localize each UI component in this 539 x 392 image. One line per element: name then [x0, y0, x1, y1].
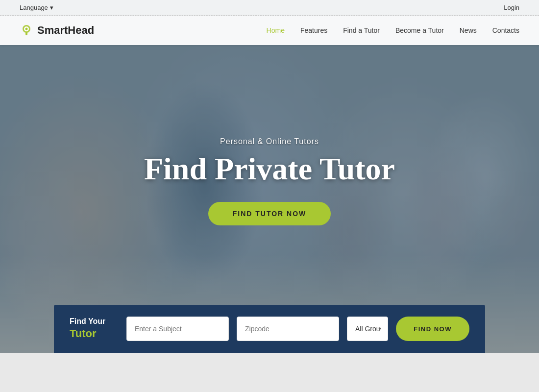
hero-content: Personal & Online Tutors Find Private Tu… — [0, 137, 539, 225]
language-selector[interactable]: Language ▾ — [20, 4, 53, 11]
top-bar: Language ▾ Login — [0, 0, 539, 16]
subject-input[interactable] — [126, 317, 229, 341]
svg-point-2 — [25, 28, 28, 30]
nav-news[interactable]: News — [460, 26, 477, 34]
hero-subtitle: Personal & Online Tutors — [0, 137, 539, 146]
navbar: SmartHead Home Features Find a Tutor Bec… — [0, 16, 539, 45]
bottom-area — [0, 353, 539, 392]
group-select[interactable]: All Groups Mathematics Science English H… — [347, 317, 388, 341]
nav-contacts[interactable]: Contacts — [492, 26, 519, 34]
login-link[interactable]: Login — [504, 4, 519, 11]
search-label-top: Find Your — [70, 317, 119, 327]
hero-section: Personal & Online Tutors Find Private Tu… — [0, 0, 539, 353]
nav-features[interactable]: Features — [300, 26, 327, 34]
nav-find-tutor[interactable]: Find a Tutor — [343, 26, 380, 34]
logo-text: SmartHead — [37, 24, 94, 37]
search-label: Find Your Tutor — [70, 317, 119, 341]
find-tutor-now-button[interactable]: FIND TUTOR NOW — [208, 202, 331, 225]
hero-title: Find Private Tutor — [0, 152, 539, 186]
search-bar: Find Your Tutor All Groups Mathematics S… — [54, 305, 485, 353]
nav-become-tutor[interactable]: Become a Tutor — [395, 26, 444, 34]
logo[interactable]: SmartHead — [20, 24, 94, 37]
language-arrow: ▾ — [50, 4, 53, 11]
svg-rect-3 — [25, 32, 27, 35]
zipcode-input[interactable] — [237, 317, 339, 341]
language-label: Language — [20, 4, 48, 11]
group-select-wrapper: All Groups Mathematics Science English H… — [347, 317, 388, 341]
nav-home[interactable]: Home — [267, 26, 285, 34]
nav-links: Home Features Find a Tutor Become a Tuto… — [267, 26, 519, 35]
logo-icon — [20, 24, 33, 37]
find-now-button[interactable]: FIND NOW — [396, 317, 469, 341]
search-label-bottom: Tutor — [70, 327, 119, 341]
